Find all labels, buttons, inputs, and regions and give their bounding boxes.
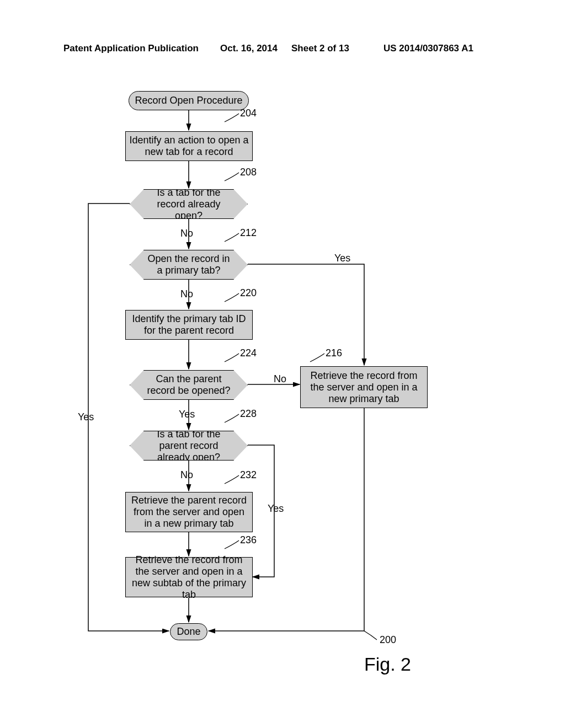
publication-date: Oct. 16, 2014 — [220, 43, 278, 54]
process-204: Identify an action to open a new tab for… — [125, 131, 253, 161]
ref-204: 204 — [240, 108, 257, 119]
ref-220: 220 — [240, 287, 257, 299]
edge-228-yes: Yes — [268, 503, 284, 515]
ref-212: 212 — [240, 227, 257, 239]
decision-208-text: Is a tab for the record already open? — [130, 189, 248, 219]
edge-212-no: No — [180, 288, 193, 300]
decision-208: Is a tab for the record already open? — [130, 189, 248, 219]
decision-228-text: Is a tab for the parent record already o… — [130, 431, 248, 461]
edge-228-no: No — [180, 469, 193, 481]
ref-216: 216 — [326, 347, 342, 359]
edge-208-yes: Yes — [78, 411, 94, 423]
process-236: Retrieve the record from the server and … — [125, 557, 253, 597]
ref-236: 236 — [240, 534, 257, 546]
edge-212-yes: Yes — [334, 253, 350, 264]
edge-208-no: No — [180, 228, 193, 239]
process-216: Retrieve the record from the server and … — [300, 366, 428, 408]
ref-224: 224 — [240, 347, 257, 359]
ref-232: 232 — [240, 469, 257, 481]
publication-type: Patent Application Publication — [63, 43, 199, 54]
decision-224: Can the parent record be opened? — [130, 370, 248, 400]
decision-224-text: Can the parent record be opened? — [130, 370, 248, 400]
ref-208: 208 — [240, 167, 257, 178]
publication-number: US 2014/0307863 A1 — [383, 43, 473, 54]
decision-212-text: Open the record in a primary tab? — [130, 250, 248, 280]
ref-200: 200 — [380, 634, 396, 646]
ref-228: 228 — [240, 408, 257, 420]
sheet-number: Sheet 2 of 13 — [291, 43, 349, 54]
decision-228: Is a tab for the parent record already o… — [130, 431, 248, 461]
process-232: Retrieve the parent record from the serv… — [125, 492, 253, 532]
connectors — [0, 83, 565, 717]
flowchart: Record Open Procedure Identify an action… — [0, 83, 565, 717]
figure-label: Fig. 2 — [364, 654, 411, 675]
edge-224-yes: Yes — [179, 409, 195, 420]
edge-224-no: No — [274, 373, 286, 385]
process-220: Identify the primary tab ID for the pare… — [125, 310, 253, 340]
terminator-done: Done — [170, 623, 207, 640]
decision-212: Open the record in a primary tab? — [130, 250, 248, 280]
terminator-start: Record Open Procedure — [129, 91, 249, 110]
